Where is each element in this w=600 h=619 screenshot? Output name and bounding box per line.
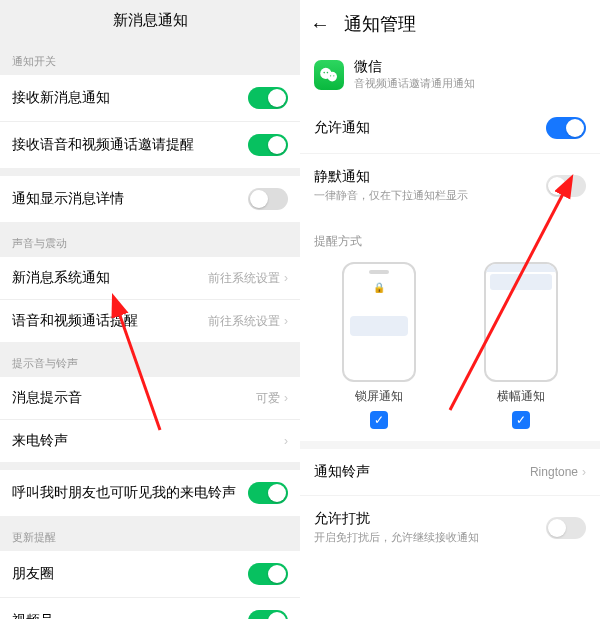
row-value: Ringtone: [530, 465, 578, 479]
page-title-right: 通知管理: [344, 12, 416, 36]
row-call-reminder[interactable]: 语音和视频通话提醒 前往系统设置 ›: [0, 300, 300, 342]
svg-point-3: [327, 71, 329, 73]
checkbox-banner[interactable]: ✓: [512, 411, 530, 429]
toggle-receive-new[interactable]: [248, 87, 288, 109]
section-header-update: 更新提醒: [0, 516, 300, 551]
toggle-silent[interactable]: [546, 175, 586, 197]
row-value: 前往系统设置: [208, 270, 280, 287]
row-label: 允许通知: [314, 119, 370, 137]
section-header-switch: 通知开关: [0, 40, 300, 75]
row-value: 可爱: [256, 390, 280, 407]
notification-style-picker: 🔒 锁屏通知 ✓ 横幅通知 ✓: [300, 258, 600, 441]
svg-point-2: [323, 71, 325, 73]
row-new-msg-sys[interactable]: 新消息系统通知 前往系统设置 ›: [0, 257, 300, 300]
toggle-moments[interactable]: [248, 563, 288, 585]
row-label: 静默通知: [314, 168, 468, 186]
wechat-icon: [314, 60, 344, 90]
chevron-right-icon: ›: [284, 391, 288, 405]
checkbox-lock[interactable]: ✓: [370, 411, 388, 429]
toggle-receive-call[interactable]: [248, 134, 288, 156]
row-dnd[interactable]: 允许打扰 开启免打扰后，允许继续接收通知: [300, 495, 600, 559]
row-msg-sound[interactable]: 消息提示音 可爱 ›: [0, 377, 300, 420]
phone-lock-preview: 🔒: [342, 262, 416, 382]
row-silent[interactable]: 静默通知 一律静音，仅在下拉通知栏显示: [300, 153, 600, 217]
row-ringtone[interactable]: 来电铃声 ›: [0, 420, 300, 462]
row-label: 语音和视频通话提醒: [12, 312, 208, 330]
phone-banner-preview: [484, 262, 558, 382]
row-friends-hear[interactable]: 呼叫我时朋友也可听见我的来电铃声: [0, 470, 300, 516]
app-block: 微信 音视频通话邀请通用通知: [300, 48, 600, 103]
app-name: 微信: [354, 58, 475, 76]
style-lock[interactable]: 🔒 锁屏通知 ✓: [342, 262, 416, 429]
row-label: 通知显示消息详情: [12, 190, 248, 208]
row-receive-new[interactable]: 接收新消息通知: [0, 75, 300, 122]
row-label: 消息提示音: [12, 389, 256, 407]
app-sub: 音视频通话邀请通用通知: [354, 76, 475, 91]
row-sub: 一律静音，仅在下拉通知栏显示: [314, 188, 468, 203]
row-label: 呼叫我时朋友也可听见我的来电铃声: [12, 484, 248, 502]
row-label: 允许打扰: [314, 510, 479, 528]
toggle-show-detail[interactable]: [248, 188, 288, 210]
style-label: 锁屏通知: [355, 388, 403, 405]
row-label: 接收语音和视频通话邀请提醒: [12, 136, 248, 154]
row-value: 前往系统设置: [208, 313, 280, 330]
style-label: 横幅通知: [497, 388, 545, 405]
row-allow-notify[interactable]: 允许通知: [300, 103, 600, 153]
left-pane: 新消息通知 通知开关 接收新消息通知 接收语音和视频通话邀请提醒 通知显示消息详…: [0, 0, 300, 619]
section-header-sound: 声音与震动: [0, 222, 300, 257]
row-show-detail[interactable]: 通知显示消息详情: [0, 176, 300, 222]
lock-icon: 🔒: [373, 282, 385, 293]
row-label: 朋友圈: [12, 565, 248, 583]
right-header: ← 通知管理: [300, 0, 600, 48]
chevron-right-icon: ›: [284, 271, 288, 285]
style-banner[interactable]: 横幅通知 ✓: [484, 262, 558, 429]
chevron-right-icon: ›: [582, 465, 586, 479]
chevron-right-icon: ›: [284, 434, 288, 448]
row-sub: 开启免打扰后，允许继续接收通知: [314, 530, 479, 545]
toggle-friends-hear[interactable]: [248, 482, 288, 504]
section-header-alert: 提示音与铃声: [0, 342, 300, 377]
row-moments[interactable]: 朋友圈: [0, 551, 300, 598]
svg-point-5: [333, 75, 334, 76]
page-title-left: 新消息通知: [0, 0, 300, 40]
row-notify-ringtone[interactable]: 通知铃声 Ringtone ›: [300, 449, 600, 495]
row-label: 视频号: [12, 612, 248, 619]
row-label: 新消息系统通知: [12, 269, 208, 287]
row-receive-call[interactable]: 接收语音和视频通话邀请提醒: [0, 122, 300, 168]
svg-point-1: [327, 71, 337, 81]
right-pane: ← 通知管理 微信 音视频通话邀请通用通知 允许通知 静默通知 一律静音，仅在下…: [300, 0, 600, 619]
svg-point-4: [330, 75, 331, 76]
row-label: 接收新消息通知: [12, 89, 248, 107]
chevron-right-icon: ›: [284, 314, 288, 328]
toggle-channels[interactable]: [248, 610, 288, 619]
row-label: 通知铃声: [314, 463, 370, 481]
back-icon[interactable]: ←: [310, 13, 330, 36]
section-style-header: 提醒方式: [300, 217, 600, 258]
row-channels[interactable]: 视频号: [0, 598, 300, 619]
toggle-dnd[interactable]: [546, 517, 586, 539]
toggle-allow-notify[interactable]: [546, 117, 586, 139]
row-label: 来电铃声: [12, 432, 284, 450]
